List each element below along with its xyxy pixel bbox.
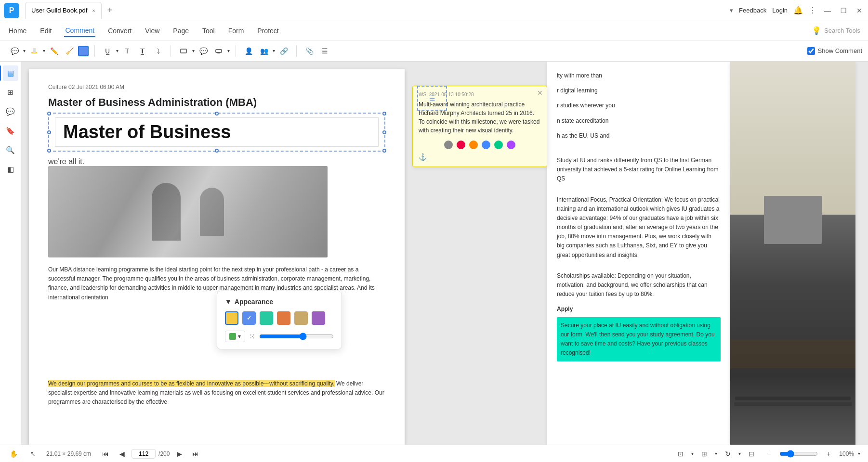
menu-form[interactable]: Form [227,25,245,37]
comment-color-gray[interactable] [444,141,453,149]
users-dropdown-btn[interactable]: ▾ [273,48,275,53]
search-tools-label[interactable]: Search Tools [824,27,860,34]
menu-protect[interactable]: Protect [256,25,279,37]
comment-color-blue[interactable] [482,141,490,149]
scatter-icon[interactable]: ⁙ [249,332,255,341]
fill-color-btn[interactable]: ▾ [225,331,245,342]
comment-close-btn[interactable]: ✕ [537,89,543,97]
handle-ml[interactable] [47,130,51,134]
hand-tool-btn[interactable]: ✋ [8,448,19,460]
text-btn[interactable]: T [120,44,134,58]
color-orange-btn[interactable] [277,311,290,325]
new-tab-btn[interactable]: + [104,5,117,15]
rectangle-btn[interactable] [177,44,190,58]
handle-mr[interactable] [382,130,386,134]
eraser-btn[interactable]: 🧹 [63,44,76,58]
menu-comment[interactable]: Comment [64,25,95,37]
color-teal-btn[interactable] [260,311,273,325]
notification-icon[interactable]: 🔔 [793,6,803,15]
sidebar-layers-btn[interactable]: ◧ [3,162,18,177]
sidebar-bookmarks-btn[interactable]: 🔖 [3,123,18,139]
sidebar-comments-btn[interactable]: 💬 [3,104,18,119]
menu-home[interactable]: Home [8,25,27,37]
menu-convert[interactable]: Convert [107,25,132,37]
sticky-dropdown-btn[interactable]: ▾ [23,48,26,53]
sidebar-pages-btn[interactable]: ▤ [3,65,18,81]
menu-edit[interactable]: Edit [39,25,53,37]
attachment-btn[interactable]: 📎 [302,44,316,58]
text-replace-btn[interactable]: ⤵ [151,44,165,58]
highlight-dropdown-btn[interactable]: ▾ [43,48,45,53]
menu-tool[interactable]: Tool [201,25,216,37]
handle-bl[interactable] [47,149,51,153]
text-edit-btn[interactable]: T̲ [136,44,149,58]
grid-btn[interactable]: ⊟ [745,447,758,461]
user-btn[interactable]: 👤 [242,44,255,58]
left-sidebar: ▤ ⊞ 💬 🔖 🔍 ◧ [0,62,21,445]
right-image [730,62,855,445]
width-dropdown-btn[interactable]: ▾ [715,451,717,456]
pdf-tab[interactable]: User Guild Book.pdf × [25,2,102,19]
prev-page-btn[interactable]: ◀ [115,447,129,461]
para-7-text: International Focus, Practical Orientati… [557,196,720,258]
login-btn[interactable]: Login [772,7,788,14]
first-page-btn[interactable]: ⏮ [99,447,112,461]
dropdown-arrow-icon[interactable]: ▾ [730,7,733,14]
zoom-in-btn[interactable]: + [822,447,835,461]
color-yellow-btn[interactable] [225,311,238,325]
tab-close-btn[interactable]: × [92,8,95,13]
menu-page[interactable]: Page [172,25,190,37]
next-page-btn[interactable]: ▶ [172,447,186,461]
zoom-out-btn[interactable]: − [762,447,776,461]
comment-color-orange[interactable] [469,141,478,149]
status-bar: ✋ ↖ 21.01 × 29.69 cm ⏮ ◀ /200 ▶ ⏭ ⊡ ▾ ⊞ … [0,445,868,462]
feedback-btn[interactable]: Feedback [739,7,766,14]
color-tan-btn[interactable] [294,311,308,325]
fill-dropdown-icon[interactable]: ▾ [238,333,241,340]
more-options-icon[interactable]: ⋮ [809,6,816,15]
close-btn[interactable]: ✕ [855,7,864,14]
handle-tr[interactable] [382,112,386,116]
handle-tc[interactable] [215,112,219,116]
maximize-btn[interactable]: ❐ [839,7,849,14]
sticky-note-btn[interactable]: 💬 [8,44,21,58]
minimize-btn[interactable]: — [822,7,833,14]
comment-color-green[interactable] [494,141,503,149]
highlight-btn[interactable] [27,44,41,58]
show-comment-checkbox[interactable] [807,47,815,55]
link-btn[interactable]: 🔗 [277,44,290,58]
comment-color-red[interactable] [457,141,465,149]
list-btn[interactable]: ☰ [318,44,331,58]
underline-btn[interactable]: U̲ [101,44,114,58]
fit-page-btn[interactable]: ⊡ [674,447,687,461]
fit-width-btn[interactable]: ⊞ [697,447,711,461]
text-para-2: r digital learning [557,86,721,95]
sidebar-thumbnails-btn[interactable]: ⊞ [3,85,18,100]
zoom-dropdown-btn[interactable]: ▾ [858,451,860,456]
rotate-btn[interactable]: ↻ [721,447,735,461]
callout-btn[interactable]: 💬 [197,44,210,58]
stamp-btn[interactable] [212,44,225,58]
underline-dropdown-btn[interactable]: ▾ [116,48,118,53]
color-blue-btn[interactable]: ✓ [242,311,256,325]
menu-view[interactable]: View [144,25,160,37]
stamp-dropdown-btn[interactable]: ▾ [227,48,230,53]
zoom-slider[interactable] [779,450,818,458]
handle-tl[interactable] [47,112,51,116]
fit-dropdown-btn[interactable]: ▾ [691,451,694,456]
handle-bc[interactable] [215,149,219,153]
select-tool-btn[interactable]: ↖ [27,448,39,460]
users-btn[interactable]: 👥 [257,44,271,58]
rotate-dropdown-btn[interactable]: ▾ [738,451,741,456]
comment-color-purple[interactable] [507,141,515,149]
color-swatch-btn[interactable] [78,46,89,56]
handle-br[interactable] [382,149,386,153]
sidebar-search-btn[interactable]: 🔍 [3,142,18,158]
color-purple-btn[interactable] [312,311,325,325]
pencil-btn[interactable]: ✏️ [47,44,61,58]
last-page-btn[interactable]: ⏭ [189,447,202,461]
selected-text-box[interactable]: Master of Business [48,113,385,152]
shape-dropdown-btn[interactable]: ▾ [192,48,195,53]
opacity-slider[interactable] [259,333,334,340]
page-number-input[interactable] [132,449,156,459]
